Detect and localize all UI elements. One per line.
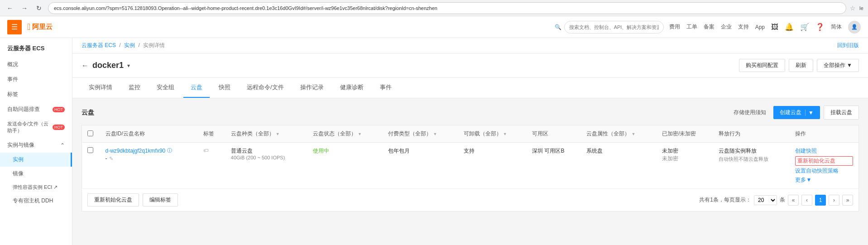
support-link[interactable]: 支持 [738, 23, 749, 31]
sidebar-item-cloud-assistant[interactable]: 发送命令/文件（云助手） HOT [0, 117, 72, 138]
th-encrypt: 已加密/未加密 [657, 125, 713, 143]
sidebar-item-troubleshoot[interactable]: 自助问题排查 HOT [0, 102, 72, 117]
payment-filter-icon[interactable]: ▼ [433, 132, 437, 136]
back-arrow[interactable]: ← [82, 62, 89, 70]
image-icon[interactable]: 🖼 [771, 23, 778, 31]
back-to-old-version[interactable]: 回到旧版 [837, 42, 859, 49]
prev-page-button[interactable]: ‹ [801, 195, 812, 206]
next-page-button[interactable]: › [829, 195, 839, 206]
disk-status-filter-icon[interactable]: ▼ [358, 132, 362, 136]
table-header-row: 云盘ID/云盘名称 标签 云盘种类（全部） ▼ 云盘状态（全部） [82, 125, 859, 143]
breadcrumb-instances[interactable]: 实例 [124, 42, 135, 48]
tab-remote-command[interactable]: 远程命令/文件 [240, 78, 291, 98]
property-filter-icon[interactable]: ▼ [631, 132, 635, 136]
workorder-link[interactable]: 工单 [686, 23, 697, 31]
th-disk-status-label[interactable]: 云盘状态（全部） ▼ [313, 130, 377, 138]
sidebar-item-ddh[interactable]: 专有宿主机 DDH [0, 194, 72, 208]
th-portable-label[interactable]: 可卸载（全部） ▼ [464, 130, 521, 138]
tab-security-group[interactable]: 安全组 [149, 78, 182, 98]
breadcrumb-path: 云服务器 ECS / 实例 / 实例详情 [82, 42, 165, 49]
th-disk-status[interactable]: 云盘状态（全部） ▼ [307, 125, 383, 143]
disk-type-filter-icon[interactable]: ▼ [276, 132, 280, 136]
last-page-button[interactable]: » [842, 195, 853, 206]
disk-edit-icon[interactable]: ✎ [109, 156, 113, 162]
tab-monitor[interactable]: 监控 [121, 78, 148, 98]
more-actions-link[interactable]: 更多▼ [795, 176, 853, 184]
fee-link[interactable]: 费用 [669, 23, 680, 31]
tab-health-diagnose[interactable]: 健康诊断 [333, 78, 371, 98]
th-disk-type-label[interactable]: 云盘种类（全部） ▼ [231, 130, 302, 138]
sidebar-item-instances[interactable]: 实例 [0, 153, 72, 167]
th-payment[interactable]: 付费类型（全部） ▼ [383, 125, 458, 143]
mount-disk-button[interactable]: 挂载云盘 [824, 106, 859, 120]
tab-disk[interactable]: 云盘 [183, 78, 210, 98]
cart-icon[interactable]: 🛒 [800, 23, 809, 31]
sidebar-item-tags[interactable]: 标签 [0, 87, 72, 102]
create-disk-dropdown[interactable]: ▼ [805, 110, 814, 116]
encrypt-status: 未加密 [662, 147, 708, 155]
bookmark-icon[interactable]: ☆ [850, 5, 856, 12]
td-checkbox [82, 143, 100, 189]
icp-link[interactable]: 备案 [704, 23, 715, 31]
batch-reinit-button[interactable]: 重新初始化云盘 [87, 193, 139, 207]
refresh-button[interactable]: 刷新 [789, 59, 813, 72]
first-page-button[interactable]: « [788, 195, 799, 206]
instance-dropdown-arrow[interactable]: ▾ [127, 62, 130, 69]
tab-instance-detail[interactable]: 实例详情 [82, 78, 120, 98]
disk-name-row: - ✎ [106, 155, 193, 162]
td-disk-status: 使用中 [307, 143, 383, 189]
hot-badge-troubleshoot: HOT [53, 107, 65, 112]
disk-info-icon[interactable]: ⓘ [167, 147, 172, 154]
buy-same-config-button[interactable]: 购买相同配置 [739, 59, 785, 72]
tab-operation-log[interactable]: 操作记录 [293, 78, 331, 98]
page-size-select[interactable]: 20 50 100 [754, 195, 777, 205]
forward-button[interactable]: → [19, 3, 30, 14]
bell-icon[interactable]: 🔔 [785, 23, 794, 31]
logo-area:  阿里云 [27, 22, 53, 32]
disk-section-actions: 存储使用须知 创建云盘 ▼ 挂载云盘 [734, 106, 859, 120]
all-ops-dropdown-icon: ▼ [847, 62, 852, 68]
td-encrypt: 未加密 未加密 [657, 143, 713, 189]
app-link[interactable]: App [755, 24, 765, 30]
th-payment-label[interactable]: 付费类型（全部） ▼ [388, 130, 452, 138]
th-portable[interactable]: 可卸载（全部） ▼ [458, 125, 527, 143]
create-disk-button[interactable]: 创建云盘 ▼ [773, 106, 820, 119]
sidebar-item-events[interactable]: 事件 [0, 72, 72, 87]
create-snapshot-link[interactable]: 创建快照 [795, 147, 853, 155]
language-link[interactable]: 简体 [831, 23, 842, 31]
hamburger-menu[interactable]: ☰ [7, 20, 22, 34]
table-footer: 重新初始化云盘 编辑标签 共有1条，每页显示： 20 50 100 条 « ‹ … [82, 189, 859, 211]
url-bar[interactable] [48, 2, 846, 14]
portable-filter-icon[interactable]: ▼ [503, 132, 507, 136]
sidebar-item-overview[interactable]: 概况 [0, 57, 72, 72]
storage-notice[interactable]: 存储使用须知 [734, 109, 766, 116]
search-input[interactable] [564, 21, 664, 34]
help-icon[interactable]: ❓ [815, 23, 825, 31]
set-snapshot-policy-link[interactable]: 设置自动快照策略 [795, 167, 853, 175]
th-property-label[interactable]: 云盘属性（全部） ▼ [586, 130, 651, 138]
sidebar-section-instances[interactable]: 实例与镜像 ⌃ [0, 138, 72, 153]
current-page-button[interactable]: 1 [815, 195, 826, 206]
tab-snapshot[interactable]: 快照 [211, 78, 238, 98]
refresh-button[interactable]: ↻ [34, 3, 44, 14]
update-label: Ie [859, 5, 863, 11]
batch-edit-tags-button[interactable]: 编辑标签 [143, 193, 178, 207]
user-avatar[interactable]: 👤 [848, 21, 861, 34]
all-ops-button[interactable]: 全部操作 ▼ [817, 59, 859, 72]
select-all-checkbox[interactable] [87, 130, 93, 136]
tag-icon[interactable]: 🏷 [203, 148, 208, 153]
th-action: 操作 [790, 125, 858, 143]
breadcrumb-ecs[interactable]: 云服务器 ECS [82, 42, 116, 48]
sidebar-item-images[interactable]: 镜像 [0, 167, 72, 181]
sidebar-item-eci[interactable]: 弹性容器实例 ECI ↗ [0, 181, 72, 194]
th-disk-type[interactable]: 云盘种类（全部） ▼ [225, 125, 307, 143]
disk-id-link[interactable]: d-wz9dkbtajgf2q1kmfx90 [106, 148, 166, 154]
back-button[interactable]: ← [5, 3, 15, 14]
reinit-disk-link[interactable]: 重新初始化云盘 [795, 156, 853, 166]
disk-name: - [106, 155, 107, 162]
row-checkbox[interactable] [87, 147, 93, 153]
enterprise-link[interactable]: 企业 [721, 23, 732, 31]
tab-events[interactable]: 事件 [373, 78, 399, 98]
header-actions: 购买相同配置 刷新 全部操作 ▼ [739, 59, 859, 72]
th-property[interactable]: 云盘属性（全部） ▼ [581, 125, 656, 143]
